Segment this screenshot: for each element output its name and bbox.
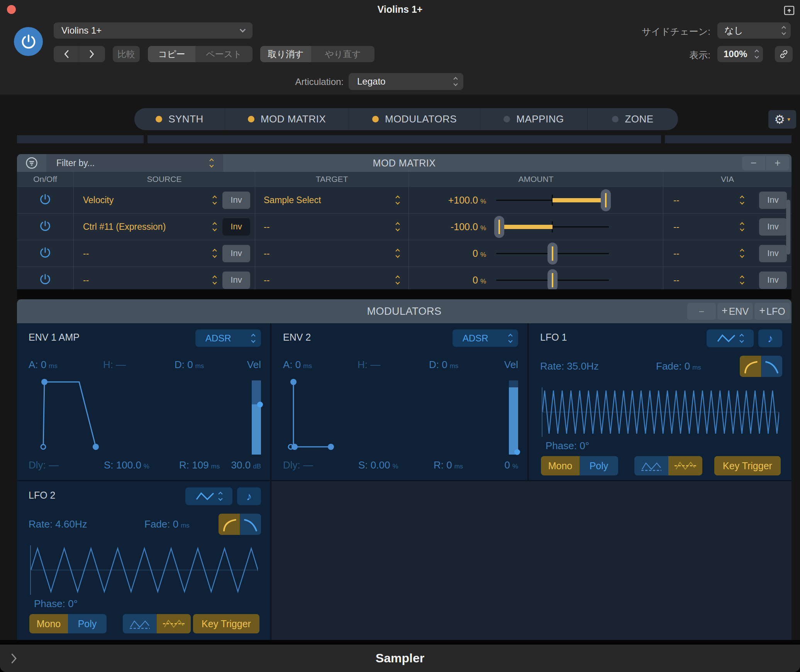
slider-handle[interactable] — [601, 189, 611, 211]
hold-value[interactable]: H: — — [103, 359, 126, 371]
lfo-polarity-unipolar-button[interactable] — [668, 456, 702, 475]
updown-chevron-icon[interactable] — [396, 223, 399, 231]
add-env-button[interactable]: +ENV — [717, 303, 753, 320]
source-selector[interactable]: -- — [83, 248, 213, 259]
previous-preset-button[interactable] — [54, 46, 79, 62]
target-selector[interactable]: -- — [264, 222, 396, 232]
attack-value[interactable]: A: 0ms — [29, 359, 58, 371]
expand-chevron-icon[interactable] — [9, 653, 18, 664]
lfo-fade-value[interactable]: Fade: 0ms — [656, 360, 701, 372]
invert-via-button[interactable]: Inv — [759, 218, 787, 236]
envelope-graph[interactable] — [281, 377, 508, 451]
vel-slider[interactable] — [509, 380, 518, 455]
updown-chevron-icon[interactable] — [213, 249, 216, 257]
slider-handle[interactable] — [547, 243, 558, 265]
delay-value[interactable]: Dly: — — [29, 459, 59, 471]
updown-chevron-icon[interactable] — [396, 249, 399, 257]
add-lfo-button[interactable]: +LFO — [754, 303, 790, 320]
scrollbar[interactable] — [786, 200, 790, 255]
sustain-value[interactable]: S: 100.0% — [104, 459, 149, 471]
updown-chevron-icon[interactable] — [213, 276, 216, 284]
poly-button[interactable]: Poly — [580, 456, 618, 475]
amount-slider[interactable] — [496, 269, 609, 290]
via-selector[interactable]: -- — [673, 222, 741, 232]
lfo-fade-value[interactable]: Fade: 0ms — [144, 518, 190, 530]
via-selector[interactable]: -- — [673, 275, 741, 285]
lfo-rate-value[interactable]: Rate: 4.60Hz — [29, 518, 87, 530]
lfo-polarity-unipolar-button[interactable] — [157, 614, 191, 633]
lfo-rate-value[interactable]: Rate: 35.0Hz — [540, 360, 599, 372]
invert-via-button[interactable]: Inv — [759, 192, 787, 209]
envelope-graph[interactable] — [26, 377, 254, 451]
next-preset-button[interactable] — [79, 46, 105, 62]
vel-slider-handle[interactable] — [257, 402, 263, 407]
invert-via-button[interactable]: Inv — [759, 272, 787, 289]
lfo-waveform-display[interactable] — [542, 387, 779, 437]
amount-slider[interactable] — [496, 189, 609, 211]
release-value[interactable]: R: 0ms — [434, 459, 463, 471]
fade-in-button[interactable] — [740, 356, 761, 377]
source-selector[interactable]: -- — [83, 275, 213, 285]
tempo-sync-note-button[interactable]: ♪ — [237, 487, 261, 505]
vel-slider[interactable] — [252, 380, 261, 455]
filter-icon[interactable] — [23, 156, 40, 170]
remove-modulator-button[interactable]: − — [687, 303, 716, 320]
env-mode-selector[interactable]: ADSR — [453, 329, 518, 347]
preset-selector[interactable]: Violins 1+ — [54, 22, 253, 39]
target-selector[interactable]: Sample Select — [264, 195, 396, 205]
decay-value[interactable]: D: 0ms — [175, 359, 204, 371]
fade-out-button[interactable] — [240, 514, 261, 535]
row-power-button[interactable] — [39, 193, 52, 207]
slider-handle[interactable] — [547, 269, 558, 290]
sidechain-selector[interactable]: なし — [717, 22, 791, 39]
paste-button[interactable]: ペースト — [195, 46, 253, 62]
attack-value[interactable]: A: 0ms — [283, 359, 312, 371]
invert-source-button[interactable]: Inv — [222, 272, 250, 289]
vel-slider-handle[interactable] — [514, 449, 520, 455]
slider-handle[interactable] — [494, 216, 504, 238]
via-selector[interactable]: -- — [673, 248, 741, 259]
articulation-selector[interactable]: Legato — [349, 73, 463, 90]
amount-value[interactable]: 0% — [409, 275, 486, 286]
decay-value[interactable]: D: 0ms — [429, 359, 458, 371]
updown-chevron-icon[interactable] — [213, 223, 216, 231]
updown-chevron-icon[interactable] — [741, 196, 744, 204]
updown-chevron-icon[interactable] — [741, 276, 744, 284]
release-value[interactable]: R: 109ms — [179, 459, 220, 471]
invert-source-button[interactable]: Inv — [222, 245, 250, 262]
updown-chevron-icon[interactable] — [741, 223, 744, 231]
invert-source-button[interactable]: Inv — [222, 192, 250, 209]
undo-button[interactable]: 取り消す — [260, 46, 311, 62]
amount-value[interactable]: -100.0% — [409, 221, 486, 232]
mono-button[interactable]: Mono — [541, 456, 580, 475]
row-power-button[interactable] — [39, 246, 52, 261]
updown-chevron-icon[interactable] — [396, 276, 399, 284]
fade-out-button[interactable] — [761, 356, 782, 377]
lfo-polarity-bipolar-button[interactable] — [634, 456, 668, 475]
tab-zone[interactable]: ZONE — [587, 108, 678, 130]
amount-value[interactable]: +100.0% — [409, 195, 486, 206]
target-selector[interactable]: -- — [264, 248, 396, 259]
filter-by-dropdown[interactable]: Filter by... — [46, 154, 223, 172]
key-trigger-button[interactable]: Key Trigger — [714, 456, 781, 475]
updown-chevron-icon[interactable] — [741, 249, 744, 257]
env-mode-selector[interactable]: ADSR — [195, 329, 261, 347]
link-button[interactable] — [775, 46, 793, 62]
via-selector[interactable]: -- — [673, 195, 741, 205]
key-trigger-button[interactable]: Key Trigger — [193, 614, 259, 633]
settings-gear-button[interactable]: ⚙▾ — [768, 110, 796, 129]
compare-button[interactable]: 比較 — [113, 46, 140, 62]
poly-button[interactable]: Poly — [68, 614, 107, 633]
tab-synth[interactable]: SYNTH — [134, 108, 225, 130]
target-selector[interactable]: -- — [264, 275, 396, 285]
source-selector[interactable]: Velocity — [83, 195, 213, 205]
output-value[interactable]: 0% — [504, 459, 518, 471]
row-power-button[interactable] — [39, 273, 52, 287]
invert-source-button[interactable]: Inv — [222, 218, 250, 236]
mono-button[interactable]: Mono — [29, 614, 68, 633]
copy-button[interactable]: コピー — [148, 46, 195, 62]
amount-slider[interactable] — [496, 243, 609, 265]
hold-value[interactable]: H: — — [358, 359, 380, 371]
lfo-phase-value[interactable]: Phase: 0° — [34, 598, 78, 610]
invert-via-button[interactable]: Inv — [759, 245, 787, 262]
